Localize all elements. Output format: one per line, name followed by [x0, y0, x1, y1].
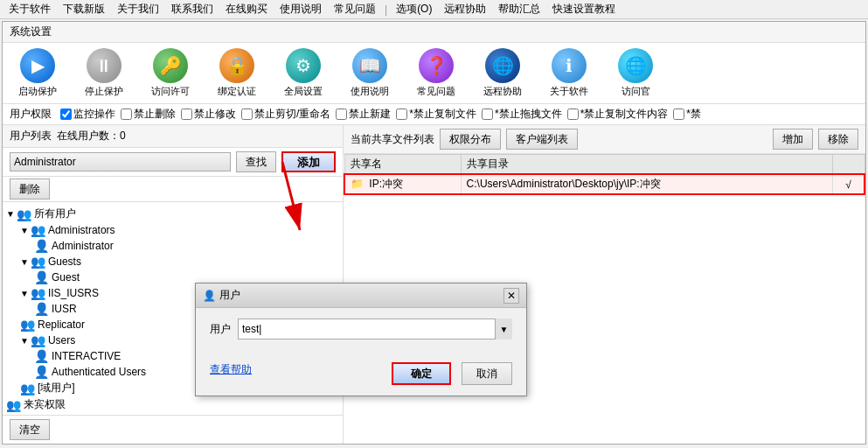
- dialog-field-label: 用户: [210, 322, 231, 337]
- menu-buy[interactable]: 在线购买: [220, 0, 273, 18]
- faq-label: 常见问题: [417, 85, 455, 98]
- all-users-icon: 👥: [17, 207, 31, 221]
- perm-no-drag[interactable]: *禁止拖拽文件: [482, 107, 562, 122]
- access-allow-icon: 🔑: [153, 48, 188, 83]
- menu-sep: |: [383, 4, 389, 16]
- start-protect-label: 启动保护: [18, 85, 57, 98]
- users-label: Users: [48, 334, 75, 346]
- menu-contact[interactable]: 联系我们: [166, 0, 219, 18]
- online-count: 在线用户数：0: [57, 129, 126, 144]
- table-row[interactable]: 📁 IP:冲突 C:\Users\Administrator\Desktop\j…: [344, 174, 865, 194]
- expand-admins: ▼: [20, 226, 29, 235]
- delete-button[interactable]: 删除: [10, 178, 50, 200]
- cancel-dialog-button[interactable]: 取消: [462, 362, 512, 385]
- stop-protect-icon: ⏸: [87, 48, 122, 83]
- search-button[interactable]: 查找: [236, 151, 276, 172]
- iusr-label: IUSR: [52, 303, 77, 315]
- menubar: 关于软件 下载新版 关于我们 联系我们 在线购买 使用说明 常见问题 | 选项(…: [0, 0, 868, 19]
- menu-manual[interactable]: 使用说明: [274, 0, 327, 18]
- usage-manual-icon: 📖: [352, 48, 387, 83]
- authenticated-users-icon: 👤: [34, 365, 49, 379]
- remote-assist-icon: 🌐: [485, 48, 520, 83]
- share-name-cell: 📁 IP:冲突: [344, 174, 461, 194]
- share-dir-cell: C:\Users\Administrator\Desktop\jy\IP:冲突: [461, 174, 833, 194]
- user-search-row: 查找 添加: [3, 148, 343, 177]
- guests-icon: 👥: [31, 255, 45, 269]
- start-protect-icon: ▶: [20, 48, 55, 83]
- user-list-label: 用户列表: [10, 129, 52, 144]
- guest-perms-label: 来宾权限: [24, 397, 66, 412]
- col-share-name: 共享名: [344, 155, 461, 175]
- menu-tutorial[interactable]: 快速设置教程: [547, 0, 621, 18]
- file-icon: 📁: [351, 178, 364, 190]
- dialog-title: 用户: [219, 288, 240, 303]
- perm-no-delete[interactable]: 禁止删除: [121, 107, 176, 122]
- toolbar-global-settings[interactable]: ⚙ 全局设置: [275, 48, 331, 98]
- dialog-field-row: 用户 ▼: [210, 318, 512, 340]
- faq-icon: ❓: [419, 48, 454, 83]
- section-header: 系统设置: [3, 22, 865, 43]
- right-top-bar: 当前共享文件列表 权限分布 客户端列表 增加 移除: [344, 125, 865, 154]
- client-list-button[interactable]: 客户端列表: [506, 129, 578, 150]
- menu-help[interactable]: 帮助汇总: [493, 0, 545, 18]
- user-list-header: 用户列表 在线用户数：0: [3, 125, 343, 148]
- menu-faq[interactable]: 常见问题: [329, 0, 381, 18]
- replicator-label: Replicator: [38, 318, 85, 331]
- toolbar: ▶ 启动保护 ⏸ 停止保护 🔑 访问许可 🔒 绑定认证 ⚙ 全局设置 📖 使用说…: [3, 43, 865, 104]
- tree-administrators[interactable]: ▼ 👥 Administrators: [6, 222, 339, 238]
- tree-administrator[interactable]: 👤 Administrator: [6, 238, 339, 254]
- col-share-dir: 共享目录: [461, 155, 833, 175]
- menu-about-us[interactable]: 关于我们: [112, 0, 164, 18]
- menu-about-software[interactable]: 关于软件: [3, 0, 56, 18]
- section-label: 系统设置: [10, 25, 52, 38]
- perm-no-copy[interactable]: *禁止复制文件: [396, 107, 476, 122]
- bind-auth-label: 绑定认证: [218, 85, 256, 98]
- shared-list-label: 当前共享文件列表: [351, 132, 434, 147]
- perm-no-cut[interactable]: 禁止剪切/重命名: [241, 107, 330, 122]
- expand-all: ▼: [6, 209, 15, 219]
- menu-options[interactable]: 选项(O): [391, 0, 437, 18]
- visit-official-icon: 🌐: [618, 48, 653, 83]
- tree-all-users[interactable]: ▼ 👥 所有用户: [6, 206, 339, 222]
- replicator-icon: 👥: [20, 318, 35, 332]
- toolbar-visit-official[interactable]: 🌐 访问官: [608, 48, 663, 98]
- perm-monitor[interactable]: 监控操作: [60, 107, 115, 122]
- add-share-button[interactable]: 增加: [773, 129, 813, 150]
- menu-remote[interactable]: 远程协助: [439, 0, 491, 18]
- toolbar-stop-protect[interactable]: ⏸ 停止保护: [76, 48, 132, 98]
- tree-guests[interactable]: ▼ 👥 Guests: [6, 254, 339, 270]
- toolbar-usage-manual[interactable]: 📖 使用说明: [342, 48, 398, 98]
- toolbar-about-software[interactable]: ℹ 关于软件: [541, 48, 597, 98]
- perm-dist-button[interactable]: 权限分布: [440, 129, 501, 150]
- stop-protect-label: 停止保护: [85, 85, 123, 98]
- domain-users-label: [域用户]: [38, 381, 75, 396]
- add-button[interactable]: 添加: [281, 151, 336, 172]
- toolbar-remote-assist[interactable]: 🌐 远程协助: [475, 48, 531, 98]
- menu-download[interactable]: 下载新版: [58, 0, 110, 18]
- guest-perms-icon: 👥: [6, 398, 21, 412]
- perm-no-create[interactable]: 禁止新建: [336, 107, 391, 122]
- confirm-button[interactable]: 确定: [392, 362, 451, 385]
- dropdown-button[interactable]: ▼: [495, 318, 512, 340]
- content-area: 用户列表 在线用户数：0 查找 添加 删除 ▼ 👥 所有用户: [3, 125, 865, 444]
- toolbar-access-allow[interactable]: 🔑 访问许可: [142, 48, 198, 98]
- toolbar-bind-auth[interactable]: 🔒 绑定认证: [209, 48, 265, 98]
- dialog-close-button[interactable]: ✕: [503, 288, 519, 304]
- remove-share-button[interactable]: 移除: [818, 129, 858, 150]
- perm-no-copy-content[interactable]: *禁止复制文件内容: [567, 107, 669, 122]
- help-link[interactable]: 查看帮助: [210, 362, 252, 385]
- user-input[interactable]: [238, 318, 512, 340]
- usage-manual-label: 使用说明: [351, 85, 389, 98]
- administrators-label: Administrators: [48, 224, 115, 236]
- toolbar-faq[interactable]: ❓ 常见问题: [408, 48, 464, 98]
- user-search-input[interactable]: [10, 152, 231, 172]
- permissions-label: 用户权限: [10, 107, 52, 122]
- toolbar-start-protect[interactable]: ▶ 启动保护: [10, 48, 66, 98]
- perm-no-modify[interactable]: 禁止修改: [181, 107, 236, 122]
- all-users-label: 所有用户: [34, 206, 76, 221]
- guest-label: Guest: [52, 271, 80, 284]
- administrators-icon: 👥: [31, 223, 45, 237]
- clear-button[interactable]: 清空: [10, 419, 50, 440]
- tree-guest-perms[interactable]: 👥 来宾权限: [6, 396, 339, 413]
- perm-extra[interactable]: *禁: [673, 107, 701, 122]
